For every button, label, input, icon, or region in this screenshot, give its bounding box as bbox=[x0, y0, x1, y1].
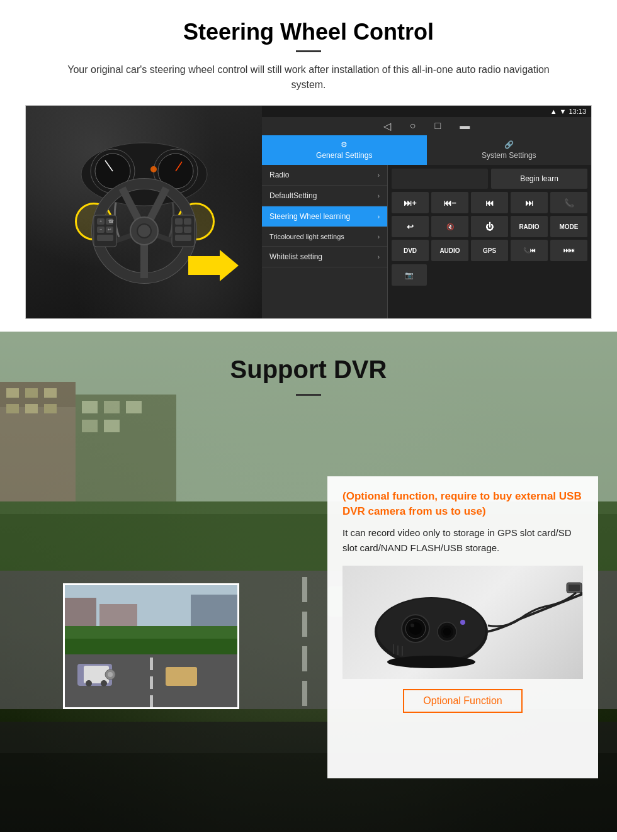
swc-subtitle: Your original car's steering wheel contr… bbox=[50, 62, 567, 92]
nav-back-icon[interactable]: ◁ bbox=[383, 120, 391, 132]
steering-wheel-image: + ☎ − ↩ bbox=[26, 106, 262, 318]
svg-rect-84 bbox=[569, 585, 580, 591]
menu-default-label: DefaultSetting bbox=[269, 191, 317, 200]
android-main-content: Radio › DefaultSetting › Steering Wheel … bbox=[262, 165, 591, 318]
ctrl-buttons-grid: ⏭+ ⏮− ⏮ ⏭ 📞 ↩ 🔇 ⏻ RADIO MODE DVD AUDIO G… bbox=[392, 192, 587, 261]
svg-rect-54 bbox=[302, 612, 307, 637]
dvr-optional-text: (Optional function, require to buy exter… bbox=[342, 489, 583, 519]
svg-point-78 bbox=[101, 680, 107, 686]
svg-rect-41 bbox=[6, 404, 19, 413]
begin-learn-button[interactable]: Begin learn bbox=[491, 169, 587, 189]
ctrl-back[interactable]: ↩ bbox=[392, 216, 429, 237]
menu-whitelist-label: Whitelist setting bbox=[269, 252, 322, 261]
ctrl-phone-prev[interactable]: 📞⏮ bbox=[511, 240, 548, 261]
status-signal-icon: ▲ bbox=[550, 108, 557, 115]
menu-item-tricoloured[interactable]: Tricoloured light settings › bbox=[262, 227, 387, 247]
svg-rect-29 bbox=[175, 218, 183, 225]
status-wifi-icon: ▼ bbox=[560, 108, 567, 115]
status-time: 13:13 bbox=[569, 108, 586, 115]
ctrl-vol-up[interactable]: ⏭+ bbox=[392, 192, 429, 213]
svg-point-93 bbox=[443, 628, 451, 636]
dvr-title-divider bbox=[296, 394, 321, 396]
swc-section: Steering Wheel Control Your original car… bbox=[0, 0, 617, 332]
ctrl-camera[interactable]: 📷 bbox=[392, 264, 427, 286]
dvr-desc-text: It can record video only to storage in G… bbox=[342, 525, 583, 556]
svg-rect-56 bbox=[302, 681, 307, 706]
ctrl-power[interactable]: ⏻ bbox=[471, 216, 508, 237]
ctrl-mute[interactable]: 🔇 bbox=[431, 216, 468, 237]
road-thumbnail bbox=[63, 583, 239, 709]
yellow-arrow-svg bbox=[188, 250, 239, 281]
ctrl-audio[interactable]: AUDIO bbox=[431, 240, 468, 261]
svg-point-94 bbox=[460, 620, 465, 625]
steering-wheel-control-panel: Begin learn ⏭+ ⏮− ⏮ ⏭ 📞 ↩ 🔇 ⏻ RADIO MODE bbox=[388, 165, 591, 318]
menu-default-chevron: › bbox=[378, 193, 380, 199]
menu-tricoloured-chevron: › bbox=[378, 233, 380, 240]
svg-point-77 bbox=[86, 680, 92, 686]
system-settings-icon: 🔗 bbox=[504, 140, 514, 149]
menu-radio-chevron: › bbox=[378, 172, 380, 179]
svg-text:☎: ☎ bbox=[108, 219, 114, 223]
ctrl-vol-down[interactable]: ⏮− bbox=[431, 192, 468, 213]
svg-rect-55 bbox=[302, 646, 307, 671]
svg-rect-43 bbox=[44, 404, 57, 413]
tab-system-settings[interactable]: 🔗 System Settings bbox=[427, 135, 592, 165]
swc-title: Steering Wheel Control bbox=[25, 19, 592, 45]
road-thumb-inner bbox=[65, 585, 237, 707]
svg-point-17 bbox=[138, 225, 150, 237]
dvr-info-box: (Optional function, require to buy exter… bbox=[327, 476, 598, 778]
ctrl-phone-next[interactable]: ⏭⏭ bbox=[550, 240, 587, 261]
dvr-section: Support DVR bbox=[0, 332, 617, 832]
svg-rect-73 bbox=[150, 695, 153, 708]
swc-title-divider bbox=[296, 50, 321, 52]
svg-rect-75 bbox=[166, 667, 197, 686]
ctrl-prev-track[interactable]: ⏮ bbox=[471, 192, 508, 213]
svg-rect-46 bbox=[104, 401, 120, 413]
optional-function-button[interactable]: Optional Function bbox=[403, 689, 522, 713]
svg-rect-53 bbox=[302, 577, 307, 602]
menu-steering-label: Steering Wheel learning bbox=[269, 212, 350, 221]
svg-rect-32 bbox=[184, 227, 191, 233]
svg-point-80 bbox=[108, 672, 113, 677]
svg-rect-33 bbox=[175, 235, 191, 241]
nav-screen-icon[interactable]: ▬ bbox=[460, 120, 470, 132]
svg-point-98 bbox=[387, 656, 475, 668]
car-ui-container: + ☎ − ↩ bbox=[25, 105, 592, 319]
svg-rect-31 bbox=[175, 227, 183, 233]
svg-rect-48 bbox=[82, 420, 98, 432]
svg-rect-67 bbox=[191, 595, 239, 629]
dvr-title-area: Support DVR bbox=[0, 332, 617, 402]
svg-marker-34 bbox=[188, 250, 239, 281]
svg-rect-71 bbox=[150, 658, 153, 670]
general-settings-icon: ⚙ bbox=[341, 140, 348, 149]
road-thumb-svg bbox=[65, 585, 239, 709]
android-tab-bar: ⚙ General Settings 🔗 System Settings bbox=[262, 135, 591, 165]
android-ui: ▲ ▼ 13:13 ◁ ○ □ ▬ ⚙ General Settings 🔗 S… bbox=[262, 106, 591, 318]
svg-rect-49 bbox=[104, 420, 120, 432]
ctrl-radio[interactable]: RADIO bbox=[511, 216, 548, 237]
ctrl-next-track[interactable]: ⏭ bbox=[511, 192, 548, 213]
menu-item-steering-wheel[interactable]: Steering Wheel learning › bbox=[262, 206, 387, 227]
menu-tricoloured-label: Tricoloured light settings bbox=[269, 233, 344, 240]
menu-item-whitelist[interactable]: Whitelist setting › bbox=[262, 247, 387, 267]
menu-item-radio[interactable]: Radio › bbox=[262, 165, 387, 186]
general-settings-label: General Settings bbox=[316, 151, 372, 160]
nav-home-icon[interactable]: ○ bbox=[410, 120, 416, 132]
android-nav-bar: ◁ ○ □ ▬ bbox=[262, 117, 591, 135]
ctrl-dvd[interactable]: DVD bbox=[392, 240, 429, 261]
nav-recent-icon[interactable]: □ bbox=[435, 120, 441, 132]
menu-item-defaultsetting[interactable]: DefaultSetting › bbox=[262, 186, 387, 206]
status-bar: ▲ ▼ 13:13 bbox=[262, 106, 591, 117]
svg-rect-42 bbox=[25, 404, 38, 413]
begin-learn-row: Begin learn bbox=[392, 169, 587, 189]
svg-text:+: + bbox=[99, 219, 102, 223]
system-settings-label: System Settings bbox=[482, 151, 536, 160]
ctrl-gps[interactable]: GPS bbox=[471, 240, 508, 261]
ctrl-phone[interactable]: 📞 bbox=[550, 192, 587, 213]
svg-point-7 bbox=[150, 166, 157, 172]
begin-learn-empty-area bbox=[392, 169, 488, 189]
tab-general-settings[interactable]: ⚙ General Settings bbox=[262, 135, 427, 165]
ctrl-mode[interactable]: MODE bbox=[550, 216, 587, 237]
svg-point-90 bbox=[410, 624, 414, 627]
menu-whitelist-chevron: › bbox=[378, 254, 380, 260]
